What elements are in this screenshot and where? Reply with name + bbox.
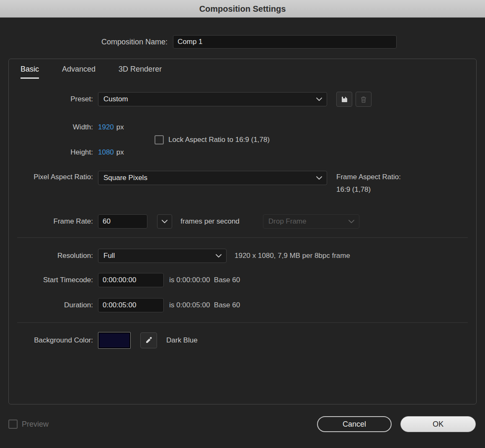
width-row: Width: 1920 px: [9, 122, 476, 133]
resolution-row: Resolution: Full 1920 x 1080, 7,9 MB per…: [9, 249, 476, 263]
preset-label: Preset:: [9, 95, 93, 103]
tab-bar: Basic Advanced 3D Renderer: [9, 59, 476, 79]
divider: [17, 322, 468, 323]
preview-label: Preview: [22, 420, 49, 429]
lock-aspect-row: Lock Aspect Ratio to 16:9 (1,78): [9, 134, 476, 145]
height-row: Height: 1080 px: [9, 147, 476, 158]
drop-frame-value: Drop Frame: [268, 217, 307, 226]
dialog-footer: Preview Cancel OK: [8, 416, 476, 432]
start-timecode-row: Start Timecode: is 0:00:00:00 Base 60: [9, 273, 476, 287]
height-label: Height:: [9, 148, 93, 157]
frame-rate-unit: frames per second: [181, 217, 240, 226]
chevron-down-icon: [316, 176, 322, 180]
dialog-title: Composition Settings: [0, 0, 485, 18]
pixel-aspect-ratio-label: Pixel Aspect Ratio:: [9, 173, 93, 181]
preset-row: Preset: Custom: [9, 92, 476, 107]
eyedropper-icon: [145, 337, 152, 344]
drop-frame-dropdown: Drop Frame: [263, 214, 359, 229]
duration-input[interactable]: [98, 298, 164, 312]
chevron-down-icon: [216, 254, 222, 257]
lock-aspect-checkbox[interactable]: [155, 135, 164, 144]
resolution-value: Full: [103, 252, 115, 260]
composition-name-label: Composition Name:: [8, 38, 168, 46]
delete-preset-button: [356, 92, 371, 107]
frame-aspect-ratio-value: 16:9 (1,78): [336, 183, 401, 196]
composition-name-input[interactable]: [173, 35, 397, 49]
lock-aspect-label: Lock Aspect Ratio to 16:9 (1,78): [168, 136, 270, 144]
preset-value: Custom: [103, 95, 128, 103]
background-color-name: Dark Blue: [166, 336, 198, 345]
chevron-down-icon: [348, 220, 354, 223]
tab-advanced[interactable]: Advanced: [62, 65, 95, 79]
resolution-dropdown[interactable]: Full: [98, 249, 227, 263]
duration-info: is 0:00:05:00 Base 60: [169, 301, 240, 309]
background-color-swatch[interactable]: [98, 332, 131, 349]
resolution-info: 1920 x 1080, 7,9 MB per 8bpc frame: [235, 252, 350, 260]
save-preset-button[interactable]: [336, 92, 352, 107]
start-timecode-label: Start Timecode:: [9, 276, 93, 284]
tab-3d-renderer[interactable]: 3D Renderer: [119, 65, 162, 79]
height-value[interactable]: 1080: [98, 148, 114, 157]
preview-checkbox[interactable]: [8, 420, 18, 429]
settings-panel: Basic Advanced 3D Renderer Preset: Custo…: [8, 59, 477, 404]
preview-toggle[interactable]: Preview: [8, 420, 49, 429]
width-label: Width:: [9, 123, 93, 131]
frame-rate-row: Frame Rate: frames per second Drop Frame: [9, 214, 476, 229]
preset-dropdown[interactable]: Custom: [98, 92, 327, 106]
pixel-aspect-ratio-value: Square Pixels: [103, 174, 147, 182]
duration-label: Duration:: [9, 301, 93, 309]
ok-button[interactable]: OK: [400, 416, 476, 432]
save-preset-icon: [341, 96, 348, 103]
background-color-row: Background Color: Dark Blue: [9, 332, 476, 349]
start-timecode-input[interactable]: [98, 273, 164, 287]
chevron-down-icon: [316, 98, 322, 101]
height-unit: px: [116, 148, 124, 157]
composition-settings-dialog: Composition Settings Composition Name: B…: [0, 0, 485, 448]
background-color-label: Background Color:: [9, 336, 93, 345]
eyedropper-button[interactable]: [140, 332, 157, 348]
frame-rate-input[interactable]: [98, 214, 147, 229]
start-timecode-info: is 0:00:00:00 Base 60: [169, 276, 240, 284]
pixel-aspect-ratio-row: Pixel Aspect Ratio: Square Pixels Frame …: [9, 171, 476, 196]
tab-basic[interactable]: Basic: [21, 65, 39, 79]
resolution-label: Resolution:: [9, 252, 93, 260]
duration-row: Duration: is 0:00:05:00 Base 60: [9, 298, 476, 312]
width-value[interactable]: 1920: [98, 123, 114, 131]
composition-name-row: Composition Name:: [0, 35, 485, 49]
divider: [17, 237, 468, 238]
frame-rate-label: Frame Rate:: [9, 217, 93, 226]
frame-aspect-ratio-block: Frame Aspect Ratio: 16:9 (1,78): [336, 171, 401, 196]
chevron-down-icon: [162, 220, 168, 223]
frame-aspect-ratio-label: Frame Aspect Ratio:: [336, 171, 401, 183]
frame-rate-dropdown-button[interactable]: [157, 214, 172, 229]
width-unit: px: [116, 123, 124, 131]
trash-icon: [360, 96, 367, 103]
cancel-button[interactable]: Cancel: [317, 416, 392, 432]
pixel-aspect-ratio-dropdown[interactable]: Square Pixels: [98, 171, 327, 185]
